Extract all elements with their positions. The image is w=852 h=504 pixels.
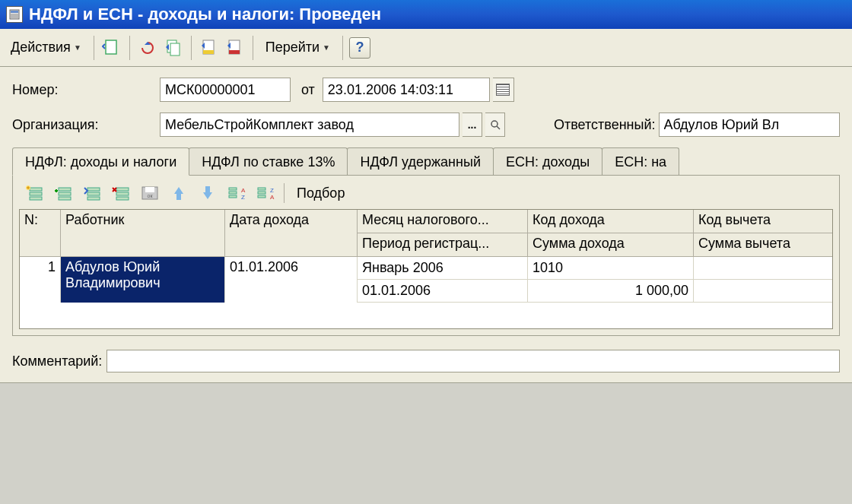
chevron-down-icon: ▼: [323, 43, 330, 52]
data-grid[interactable]: N: Работник Дата дохода Месяц налогового…: [19, 209, 833, 329]
resp-field[interactable]: [659, 113, 840, 137]
form-new-icon[interactable]: [100, 36, 123, 59]
tab-ndfl-income[interactable]: НДФЛ: доходы и налоги: [12, 147, 189, 176]
svg-text:ок: ок: [148, 193, 154, 198]
cell-reg-period: 01.01.2006: [358, 280, 528, 303]
svg-rect-11: [229, 50, 240, 54]
calendar-icon: [496, 84, 510, 96]
number-row: Номер: от: [12, 78, 840, 102]
svg-rect-16: [30, 197, 42, 200]
svg-rect-30: [176, 194, 181, 200]
sort-asc-icon[interactable]: АZ: [226, 183, 247, 203]
add-row-icon[interactable]: [24, 183, 45, 203]
svg-rect-19: [59, 192, 71, 195]
tab-bar: НДФЛ: доходы и налоги НДФЛ по ставке 13%…: [12, 147, 840, 175]
window-title: НДФЛ и ЕСН - доходы и налоги: Проведен: [29, 5, 381, 24]
col-income-sum[interactable]: Сумма дохода: [528, 233, 694, 257]
actions-menu[interactable]: Действия ▼: [5, 36, 87, 59]
svg-line-13: [497, 126, 500, 129]
org-open-button[interactable]: [485, 113, 505, 137]
comment-field[interactable]: [106, 350, 840, 372]
titlebar: НДФЛ и ЕСН - доходы и налоги: Проведен: [0, 0, 852, 29]
cell-income-date: 01.01.2006: [225, 257, 358, 303]
svg-text:А: А: [270, 194, 275, 201]
svg-rect-32: [229, 188, 237, 190]
grid-row[interactable]: 1 Абдулов Юрий Владимирович 01.01.2006 Я…: [20, 257, 832, 303]
separator: [284, 183, 285, 203]
cell-income-sum: 1 000,00: [528, 280, 694, 303]
svg-rect-38: [258, 192, 265, 194]
col-reg-period[interactable]: Период регистрац...: [358, 233, 528, 257]
cell-income-code: 1010: [528, 257, 694, 280]
sort-desc-icon[interactable]: ZА: [255, 183, 276, 203]
svg-rect-23: [87, 197, 100, 200]
comment-row: Комментарий:: [12, 350, 840, 372]
date-field[interactable]: [323, 78, 490, 102]
svg-rect-9: [203, 50, 214, 54]
svg-rect-34: [229, 195, 237, 198]
cell-ded-sum: [694, 280, 832, 303]
edit-row-icon[interactable]: [81, 183, 103, 203]
move-down-icon[interactable]: [197, 183, 218, 203]
col-n[interactable]: N:: [20, 210, 61, 257]
svg-point-12: [491, 121, 498, 127]
number-field[interactable]: [160, 78, 291, 102]
cell-tax-month: Январь 2006: [358, 257, 528, 280]
org-row: Организация: ... Ответственный:: [12, 113, 840, 137]
cell-ded-code: [694, 257, 832, 280]
podbor-button[interactable]: Подбор: [292, 184, 349, 203]
col-ded-sum[interactable]: Сумма вычета: [694, 233, 832, 257]
ot-label: от: [301, 82, 315, 98]
cell-worker: Абдулов Юрий Владимирович: [61, 257, 225, 303]
post-icon[interactable]: [198, 36, 221, 59]
svg-rect-7: [170, 43, 180, 55]
svg-rect-15: [30, 192, 42, 195]
calendar-button[interactable]: [493, 78, 514, 102]
col-tax-month[interactable]: Месяц налогового...: [358, 210, 528, 233]
number-label: Номер:: [12, 82, 157, 98]
svg-rect-18: [59, 188, 71, 191]
grid-header: N: Работник Дата дохода Месяц налогового…: [20, 210, 832, 257]
svg-text:Z: Z: [241, 194, 245, 201]
col-worker[interactable]: Работник: [61, 210, 225, 257]
separator: [191, 36, 192, 60]
org-label: Организация:: [12, 117, 157, 133]
move-up-icon[interactable]: [168, 183, 189, 203]
svg-rect-37: [258, 188, 265, 190]
svg-rect-28: [145, 187, 154, 192]
tab-content: ок АZ ZА Подбор N:: [12, 175, 840, 336]
tab-esn-tax[interactable]: ЕСН: на: [602, 147, 679, 175]
col-income-code[interactable]: Код дохода: [528, 210, 694, 233]
separator: [129, 36, 130, 60]
col-income-date[interactable]: Дата дохода: [225, 210, 358, 257]
delete-row-icon[interactable]: [110, 183, 132, 203]
svg-text:Z: Z: [270, 187, 274, 194]
help-icon[interactable]: ?: [349, 37, 370, 59]
post-close-icon[interactable]: [224, 36, 246, 59]
tab-esn-income[interactable]: ЕСН: доходы: [493, 147, 602, 175]
copy-icon[interactable]: [162, 36, 185, 59]
svg-rect-22: [87, 192, 100, 195]
save-row-icon[interactable]: ок: [139, 183, 161, 203]
org-select-button[interactable]: ...: [463, 113, 482, 137]
svg-rect-1: [11, 11, 18, 13]
tab-ndfl-withheld[interactable]: НДФЛ удержанный: [347, 147, 494, 175]
svg-rect-21: [87, 188, 100, 191]
svg-text:А: А: [241, 187, 246, 194]
bottom-bar: [0, 377, 852, 383]
tabs-container: НДФЛ: доходы и налоги НДФЛ по ставке 13%…: [12, 147, 840, 336]
separator: [342, 36, 343, 60]
insert-row-icon[interactable]: [52, 183, 74, 203]
goto-menu[interactable]: Перейти ▼: [259, 36, 336, 59]
app-icon: [6, 6, 23, 23]
chevron-down-icon: ▼: [74, 43, 81, 52]
svg-rect-5: [106, 40, 116, 54]
tab-ndfl-13[interactable]: НДФЛ по ставке 13%: [189, 147, 348, 175]
svg-rect-33: [229, 192, 237, 194]
separator: [94, 36, 94, 60]
org-field[interactable]: [160, 113, 459, 137]
refresh-icon[interactable]: [136, 36, 159, 59]
svg-rect-26: [116, 197, 129, 200]
grid-empty-area: [20, 303, 832, 328]
col-ded-code[interactable]: Код вычета: [694, 210, 832, 233]
